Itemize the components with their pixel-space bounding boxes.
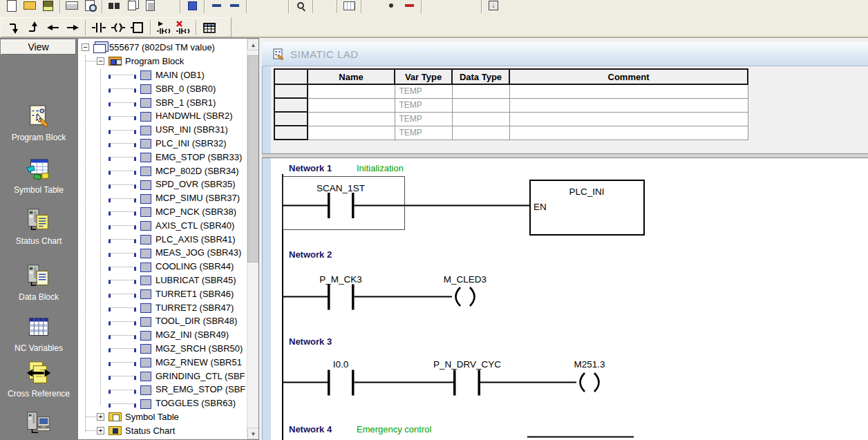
tree-item[interactable]: MGZ_INI (SBR49) (78, 328, 247, 342)
tree-item[interactable]: 555677 (802Dsl TM value) (78, 41, 247, 55)
block-en-input[interactable]: EN (534, 202, 547, 212)
contact-symbol[interactable] (478, 370, 481, 396)
tree-item[interactable]: Program Block (78, 55, 247, 68)
contact-operand[interactable]: P_N_DRV_CYC (433, 359, 501, 370)
tree-item[interactable]: MGZ_RNEW (SBR51 (78, 355, 247, 369)
zoom-button[interactable] (292, 0, 310, 16)
scroll-up-button[interactable]: ▲ (247, 39, 259, 50)
program-status-button[interactable] (424, 0, 442, 16)
tree-expander-icon[interactable] (97, 57, 104, 65)
contact-operand[interactable]: SCAN_1ST (317, 183, 365, 193)
tree-item[interactable]: MCP_NCK (SBR38) (78, 205, 247, 219)
insert-box-button[interactable] (128, 19, 147, 37)
data-type-cell[interactable] (452, 98, 509, 112)
contact-symbol[interactable] (352, 193, 355, 218)
tree-scrollbar[interactable]: ▲ ▼ (247, 39, 258, 439)
tree-item[interactable]: Status Chart (78, 423, 247, 437)
tree-item[interactable]: EMG_STOP (SBR33) (78, 150, 247, 164)
tree-item[interactable]: Symbol Table (78, 410, 247, 424)
contact-symbol[interactable] (328, 370, 330, 396)
comment-cell[interactable] (509, 98, 748, 112)
comment-cell[interactable] (509, 126, 748, 140)
coil-symbol[interactable] (456, 287, 461, 306)
tree-expander-icon[interactable] (97, 413, 104, 421)
unforce-button[interactable] (460, 0, 478, 16)
contact-symbol[interactable] (328, 285, 330, 310)
tree-item[interactable]: LUBRICAT (SBR45) (78, 274, 247, 287)
insert-contact-button[interactable] (89, 19, 108, 37)
insert-coil-button[interactable] (108, 19, 128, 37)
information-button[interactable] (316, 0, 334, 16)
sidebar-item-symbol-table[interactable]: Symbol Table (0, 157, 77, 195)
coil-operand[interactable]: M251.3 (574, 359, 605, 370)
network-2[interactable]: Network 2 P_M_CK3 M_CLED3 (283, 249, 487, 310)
tree-item[interactable]: USR_INI (SBR31) (78, 123, 247, 137)
coil-operand[interactable]: M_CLED3 (444, 274, 487, 285)
table-view-button[interactable] (200, 19, 219, 37)
network-label[interactable]: Network 2 (289, 249, 332, 260)
network-label[interactable]: Network 4 (289, 424, 332, 434)
save-button[interactable] (39, 0, 57, 16)
tree-item[interactable]: GRINDING_CTL (SBF (78, 369, 247, 383)
compile-button[interactable] (183, 0, 201, 16)
coil-symbol[interactable] (581, 373, 585, 392)
open-button[interactable] (21, 0, 39, 16)
tree-item[interactable]: TURRET2 (SBR47) (78, 300, 247, 314)
comment-cell[interactable] (509, 112, 748, 126)
contact-symbol[interactable] (328, 193, 330, 218)
tree-item[interactable]: PLC_INI (SBR32) (78, 137, 247, 151)
split-window-button[interactable] (364, 0, 382, 16)
tree-item[interactable]: MAIN (OB1) (78, 68, 247, 82)
row-selector[interactable] (274, 98, 308, 112)
write-button[interactable] (484, 0, 502, 16)
tree-item[interactable]: SPD_OVR (SBR35) (78, 178, 247, 191)
tree-item[interactable]: TOGGLES (SBR63) (78, 396, 247, 410)
sort-descending-button[interactable] (267, 0, 285, 16)
coil-symbol[interactable] (470, 287, 475, 306)
network-label[interactable]: Network 1 (289, 163, 332, 173)
line-down-button[interactable] (5, 19, 24, 37)
block-name[interactable]: PLC_INI (569, 186, 604, 197)
line-up-button[interactable] (24, 19, 44, 37)
options-button[interactable] (340, 0, 358, 16)
tree-item[interactable]: MCP_SIMU (SBR37) (78, 191, 247, 205)
sort-ascending-button[interactable] (249, 0, 267, 16)
tree-item[interactable]: PLC_AXIS (SBR41) (78, 232, 247, 246)
sidebar-item-status-chart[interactable]: Status Chart (0, 208, 77, 246)
row-selector[interactable] (274, 126, 308, 140)
network-3[interactable]: Network 3 I0.0 P_N_DRV_CYC M251.3 (283, 336, 605, 396)
force-button[interactable] (442, 0, 460, 16)
new-button[interactable] (3, 0, 21, 16)
insert-network-button[interactable] (154, 19, 173, 37)
data-type-cell[interactable] (452, 126, 509, 140)
var-type-cell[interactable]: TEMP (395, 98, 452, 112)
tree-item[interactable]: AXIS_CTL (SBR40) (78, 218, 247, 232)
copy-button[interactable] (123, 0, 141, 16)
lad-window-titlebar[interactable]: SIMATIC LAD (262, 42, 868, 66)
data-type-cell[interactable] (452, 112, 509, 126)
data-type-cell[interactable] (452, 84, 509, 98)
tree-item[interactable]: SR_EMG_STOP (SBF (78, 383, 247, 396)
row-selector[interactable] (274, 112, 308, 126)
var-type-cell[interactable]: TEMP (395, 126, 452, 140)
contact-symbol[interactable] (352, 285, 355, 310)
tree-item[interactable]: TOOL_DIR (SBR48) (78, 314, 247, 328)
sidebar-item-nc-variables[interactable]: NC Variables (0, 315, 77, 353)
network-comment[interactable]: Emergency control (357, 424, 431, 434)
tree-expander-icon[interactable] (97, 427, 104, 434)
tree-item[interactable]: HANDWHL (SBR2) (78, 109, 247, 123)
upload-button[interactable] (207, 0, 225, 16)
sidebar-item-data-block[interactable]: Data Block (0, 264, 77, 302)
var-type-cell[interactable]: TEMP (395, 84, 452, 98)
tree-item[interactable]: SBR_1 (SBR1) (78, 95, 247, 109)
undo-button[interactable] (159, 0, 177, 16)
tree-item[interactable]: MGZ_SRCH (SBR50) (78, 342, 247, 356)
contact-symbol[interactable] (352, 370, 355, 396)
scroll-down-button[interactable]: ▼ (247, 428, 259, 439)
sidebar-item-communications[interactable]: Communications (0, 411, 77, 440)
network-1[interactable]: Network 1 Initialization SCAN_1ST PLC_IN… (283, 163, 644, 235)
comment-cell[interactable] (509, 84, 748, 98)
line-left-button[interactable] (44, 19, 63, 37)
contact-symbol[interactable] (453, 370, 456, 396)
var-name-cell[interactable] (308, 126, 395, 140)
